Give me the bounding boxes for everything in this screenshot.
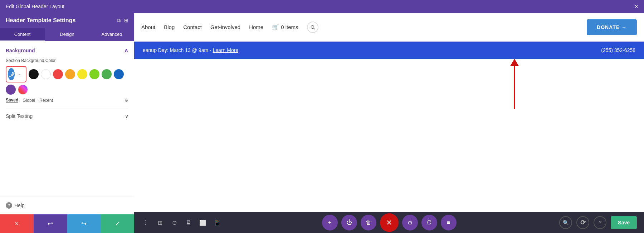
color-swatch-red[interactable] (53, 69, 63, 79)
arrow-shaft (514, 66, 515, 109)
color-tab-recent[interactable]: Recent (39, 98, 53, 103)
svg-line-1 (313, 28, 314, 29)
color-swatches: ··· (6, 66, 128, 95)
color-swatch-white[interactable] (41, 69, 51, 79)
bottom-right-tools: 🔍 ⟳ ? Save (559, 216, 637, 229)
panel-header-icons: ⧉ ⊞ (117, 18, 128, 24)
toolbar-search-right-icon[interactable]: 🔍 (559, 216, 572, 229)
panel-header: Header Template Settings ⧉ ⊞ (0, 13, 134, 28)
color-swatch-dark-blue[interactable] (114, 69, 124, 79)
banner-text: eanup Day: March 13 @ 9am - Learn More (143, 47, 238, 53)
split-testing-title[interactable]: Split Testing ∨ (6, 113, 128, 119)
footer-close-button[interactable]: × (0, 214, 34, 233)
color-swatch-black[interactable] (29, 69, 39, 79)
nav-item-blog[interactable]: Blog (164, 24, 175, 30)
split-testing-label: Split Testing (6, 113, 33, 119)
background-label: Background (6, 48, 35, 53)
footer-undo-button[interactable]: ↩ (34, 214, 67, 233)
title-bar: Edit Global Header Layout × (0, 0, 644, 13)
help-section[interactable]: ? Help (0, 196, 134, 214)
red-arrow (510, 59, 519, 109)
banner-text-content: eanup Day: March 13 @ 9am - (143, 47, 211, 53)
cart-count: 0 items (281, 24, 298, 30)
preview-nav: About Blog Contact Get-involved Home 🛒 0… (134, 13, 644, 42)
background-section: Background ∧ Section Background Color (6, 47, 128, 103)
nav-item-contact[interactable]: Contact (183, 24, 202, 30)
color-swatch-purple[interactable] (6, 85, 16, 95)
nav-item-get-involved[interactable]: Get-involved (210, 24, 240, 30)
split-testing-chevron: ∨ (125, 113, 128, 119)
tab-advanced[interactable]: Advanced (89, 28, 134, 41)
svg-point-0 (311, 25, 314, 28)
bottom-left-tools: ⋮ ⊞ ⊙ 🖥 ⬜ 📱 (141, 219, 221, 226)
toolbar-desktop-icon[interactable]: 🖥 (184, 219, 193, 226)
arrow-head (510, 59, 519, 66)
collapse-icon[interactable]: ∧ (124, 47, 128, 54)
eyedropper-button[interactable] (8, 68, 15, 80)
preview-main (134, 59, 644, 233)
color-swatch-orange[interactable] (65, 69, 75, 79)
banner-phone: (255) 352-6258 (601, 47, 635, 53)
close-button[interactable]: × (634, 3, 638, 10)
toolbar-divi-icon[interactable]: ⟳ (576, 216, 589, 229)
color-tab-saved[interactable]: Saved (6, 98, 18, 103)
panel-copy-icon[interactable]: ⧉ (117, 18, 121, 24)
main-layout: Header Template Settings ⧉ ⊞ Content Des… (0, 13, 644, 233)
panel-layout-icon[interactable]: ⊞ (124, 18, 128, 24)
right-content: About Blog Contact Get-involved Home 🛒 0… (134, 13, 644, 233)
center-delete-button[interactable]: 🗑 (361, 215, 376, 230)
center-history-button[interactable]: ⏱ (421, 215, 437, 230)
center-add-button[interactable]: + (322, 215, 338, 230)
learn-more-link[interactable]: Learn More (213, 47, 239, 53)
blue-banner: eanup Day: March 13 @ 9am - Learn More (… (134, 42, 644, 59)
footer-save-button[interactable]: ✓ (101, 214, 134, 233)
nav-item-home[interactable]: Home (249, 24, 263, 30)
bottom-toolbar: ⋮ ⊞ ⊙ 🖥 ⬜ 📱 + ⏻ 🗑 ✕ ⚙ ⏱ ≡ 🔍 ⟳ ? Save (134, 212, 644, 233)
tab-design[interactable]: Design (45, 28, 89, 41)
color-swatch-custom[interactable] (18, 85, 28, 95)
color-tab-settings-icon[interactable]: ⚙ (125, 98, 128, 103)
toolbar-menu-icon[interactable]: ⋮ (141, 219, 150, 226)
bottom-center-tools: + ⏻ 🗑 ✕ ⚙ ⏱ ≡ (322, 213, 457, 232)
toolbar-tablet-icon[interactable]: ⬜ (199, 219, 207, 226)
cart-area[interactable]: 🛒 0 items (272, 24, 298, 30)
toolbar-mobile-icon[interactable]: 📱 (213, 219, 221, 226)
center-settings-button[interactable]: ⚙ (402, 215, 418, 230)
eyedropper-wrapper: ··· (6, 66, 26, 82)
color-swatch-yellow[interactable] (77, 69, 87, 79)
save-button-main[interactable]: Save (611, 216, 637, 229)
nav-item-about[interactable]: About (141, 24, 155, 30)
panel-tabs: Content Design Advanced (0, 28, 134, 41)
help-icon: ? (6, 202, 12, 209)
panel-header-title: Header Template Settings (6, 17, 75, 24)
search-circle[interactable] (307, 22, 318, 33)
color-swatch-light-green[interactable] (89, 69, 99, 79)
center-close-button[interactable]: ✕ (380, 213, 399, 232)
center-layout-button[interactable]: ≡ (441, 215, 457, 230)
background-section-title: Background ∧ (6, 47, 128, 54)
help-label: Help (14, 203, 25, 208)
color-label: Section Background Color (6, 58, 128, 63)
footer-redo-button[interactable]: ↪ (67, 214, 101, 233)
panel-footer: × ↩ ↪ ✓ (0, 214, 134, 233)
cart-icon: 🛒 (272, 24, 279, 30)
title-bar-text: Edit Global Header Layout (6, 4, 64, 9)
toolbar-grid-icon[interactable]: ⊞ (156, 219, 164, 226)
donate-button[interactable]: DONATE → (587, 19, 637, 35)
preview-nav-items: About Blog Contact Get-involved Home 🛒 0… (141, 22, 576, 33)
color-swatch-green[interactable] (102, 69, 112, 79)
color-tabs: Saved Global Recent ⚙ (6, 98, 128, 103)
color-tab-global[interactable]: Global (23, 98, 35, 103)
split-testing-section: Split Testing ∨ (6, 109, 128, 119)
left-panel: Header Template Settings ⧉ ⊞ Content Des… (0, 13, 134, 233)
panel-body: Background ∧ Section Background Color (0, 41, 134, 196)
center-power-button[interactable]: ⏻ (341, 215, 357, 230)
toolbar-help-icon[interactable]: ? (594, 216, 606, 229)
tab-content[interactable]: Content (0, 28, 45, 41)
toolbar-search-icon[interactable]: ⊙ (170, 219, 179, 226)
